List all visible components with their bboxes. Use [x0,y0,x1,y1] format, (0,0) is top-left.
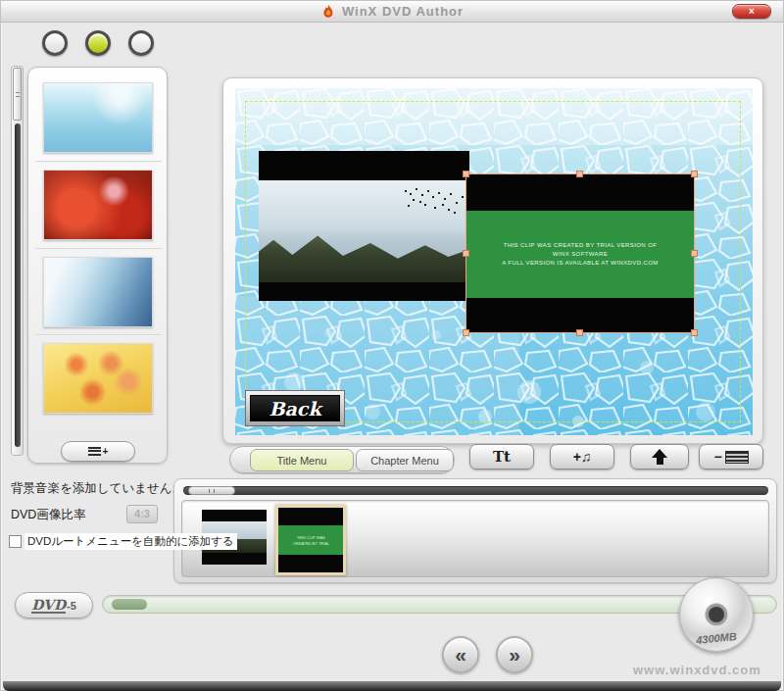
resize-handle[interactable] [691,171,698,177]
trial-text-line: THIS CLIP WAS CREATED BY TRIAL VERSION O… [504,242,658,249]
tab-title-menu[interactable]: Title Menu [250,449,354,471]
template-scrollbar-thumb[interactable] [13,68,22,121]
trial-text-line: WINX SOFTWARE [553,251,608,258]
add-music-button[interactable]: +♫ [550,444,614,469]
resize-handle[interactable] [691,250,698,257]
text-icon: Tt [493,448,511,466]
disc-type-button[interactable]: DVD -5 [15,592,93,618]
minus-icon: − [713,452,721,462]
clip-2-frame: THIS CLIP WAS CREATED BY TRIAL [278,525,343,555]
scrollbar-grip-icon [209,489,215,493]
divider [35,248,162,250]
mountain-ridge [259,229,469,282]
aspect-ratio-value[interactable]: 4:3 [126,505,158,523]
menu-video-thumbnail-2-selected[interactable]: THIS CLIP WAS CREATED BY TRIAL VERSION O… [466,173,695,333]
next-step-button[interactable]: » [496,636,533,673]
resize-handle[interactable] [463,250,469,257]
divider [35,161,162,163]
plus-icon: + [103,447,109,456]
list-icon [88,447,101,456]
disc-type-label: DVD [31,598,66,614]
menu-back-button[interactable]: Back [245,390,345,426]
dvd-menu-canvas[interactable]: THIS CLIP WAS CREATED BY TRIAL VERSION O… [235,88,753,435]
step-1-button[interactable] [42,30,68,56]
clip-strip-scrollbar[interactable] [183,486,768,495]
trial-text-line: CREATED BY TRIAL [292,541,329,546]
template-scrollbar-track[interactable] [15,123,21,447]
step-2-button-active[interactable] [85,30,111,56]
close-icon: × [749,6,755,17]
step-3-button[interactable] [128,30,154,56]
remove-clip-button[interactable]: − [699,444,763,469]
scrollbar-grip-icon [16,92,20,97]
auto-root-menu-label: DVDルートメニューを自動的に添加する [24,533,237,550]
trial-green-frame: THIS CLIP WAS CREATED BY TRIAL VERSION O… [466,211,694,298]
clip-strip: THIS CLIP WAS CREATED BY TRIAL [181,500,769,577]
resize-handle[interactable] [576,329,583,336]
app-title: WinX DVD Author [342,4,464,19]
title-bar[interactable]: WinX DVD Author × [1,1,783,23]
app-window: WinX DVD Author × + [0,0,784,691]
template-scrollbar[interactable] [11,66,24,456]
up-arrow-button[interactable] [630,444,689,469]
filmstrip-icon [725,451,749,464]
add-music-icon: +♫ [573,449,592,465]
template-thumbnail-yellow-flowers[interactable] [43,343,153,414]
disc-capacity-label: 4300MB [680,628,754,648]
trial-text-line: A FULL VERSION IS AVAILABLE AT WINXDVD.C… [502,260,659,267]
prev-step-button[interactable]: « [442,636,479,673]
up-arrow-stem [657,458,663,465]
template-thumbnail-red-flowers[interactable] [43,170,153,240]
preview-panel: THIS CLIP WAS CREATED BY TRIAL VERSION O… [222,77,763,444]
template-thumbnail-blue-wave[interactable] [43,257,153,327]
resize-handle[interactable] [691,329,698,336]
menu-back-label: Back [250,395,340,421]
menu-tab-bar: Title Menu Chapter Menu [229,446,455,473]
up-arrow-icon [652,449,667,458]
template-panel: + [27,67,168,464]
capacity-bar [102,595,777,614]
dvd-disc-icon: 4300MB [679,577,754,652]
video-frame-mountain [259,180,469,282]
resize-handle[interactable] [463,171,469,177]
auto-root-menu-row: DVDルートメニューを自動的に添加する [9,533,237,550]
add-template-button[interactable]: + [61,441,135,462]
birds-flock [405,190,407,192]
bgm-status-text: 背景音楽を添加していません。 [11,480,184,497]
site-watermark: www.winxdvd.com [633,663,761,677]
disc-type-suffix: -5 [67,600,76,612]
resize-handle[interactable] [576,171,583,177]
add-text-button[interactable]: Tt [469,444,534,469]
close-button[interactable]: × [732,4,771,19]
capacity-bar-fill [112,599,147,610]
trial-text-line: THIS CLIP WAS [296,535,324,540]
clip-strip-panel: THIS CLIP WAS CREATED BY TRIAL [173,478,777,583]
divider [35,334,162,336]
disc-hole [709,607,724,622]
resize-handle[interactable] [463,329,469,336]
aspect-ratio-label: DVD画像比率 [11,507,85,523]
strip-clip-2-selected[interactable]: THIS CLIP WAS CREATED BY TRIAL [275,505,346,575]
menu-video-thumbnail-1[interactable] [259,151,469,301]
window-bottom-edge [3,681,781,691]
clip-strip-scrollbar-thumb[interactable] [188,486,235,495]
flame-logo-icon [320,4,336,20]
auto-root-menu-checkbox[interactable] [9,535,22,548]
tab-chapter-menu[interactable]: Chapter Menu [356,449,454,471]
template-thumbnail-ice-blue[interactable] [43,82,153,153]
